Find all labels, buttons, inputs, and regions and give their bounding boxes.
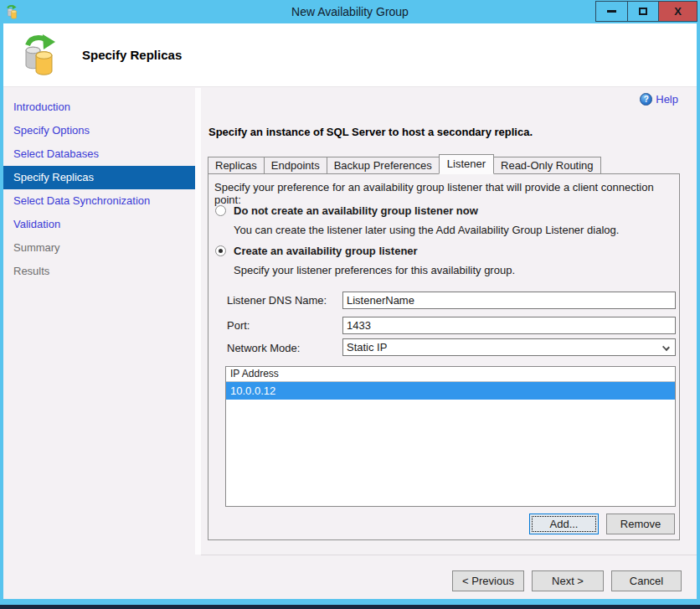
close-button[interactable]: X	[658, 2, 697, 21]
tab-backup-preferences[interactable]: Backup Preferences	[327, 157, 440, 174]
radio-do-not-create-label: Do not create an availability group list…	[234, 204, 478, 217]
radio-create-listener[interactable]: Create an availability group listener	[215, 245, 418, 257]
window-bottom-edge	[0, 605, 700, 609]
cancel-button[interactable]: Cancel	[611, 570, 682, 591]
window-controls: X	[595, 1, 697, 22]
sidebar-item-results: Results	[3, 260, 195, 283]
radio-do-not-create-listener[interactable]: Do not create an availability group list…	[215, 204, 478, 217]
instruction-text: Specify an instance of SQL Server to hos…	[208, 126, 533, 138]
sidebar-item-summary: Summary	[3, 236, 195, 260]
radio-create-desc: Specify your listener preferences for th…	[234, 264, 515, 276]
listener-intro-text: Specify your preference for an availabil…	[214, 181, 679, 206]
tab-read-only-routing[interactable]: Read-Only Routing	[493, 157, 601, 174]
radio-do-not-create-icon[interactable]	[215, 205, 226, 216]
tab-listener[interactable]: Listener	[439, 154, 494, 174]
replica-databases-icon	[22, 33, 62, 80]
sidebar-item-select-data-synchronization[interactable]: Select Data Synchronization	[3, 189, 195, 213]
ip-address-list[interactable]: IP Address 10.0.0.12	[225, 366, 676, 507]
network-mode-label: Network Mode:	[227, 339, 300, 357]
network-mode-value: Static IP	[347, 341, 387, 354]
sidebar-item-select-databases[interactable]: Select Databases	[3, 142, 195, 166]
wizard-middle: Introduction Specify Options Select Data…	[3, 88, 697, 555]
listener-dns-name-input[interactable]	[342, 292, 676, 309]
wizard-header: Specify Replicas	[3, 23, 697, 87]
sidebar-item-specify-options[interactable]: Specify Options	[3, 119, 195, 142]
add-button[interactable]: Add...	[529, 514, 599, 534]
minimize-button[interactable]	[596, 2, 627, 21]
dialog-body: Specify Replicas Introduction Specify Op…	[3, 23, 697, 599]
ip-address-column-header[interactable]: IP Address	[226, 367, 675, 382]
page-title: Specify Replicas	[82, 23, 182, 87]
minimize-icon	[607, 10, 616, 13]
tab-endpoints[interactable]: Endpoints	[264, 157, 327, 174]
title-bar[interactable]: New Availability Group X	[0, 0, 700, 23]
maximize-icon	[639, 8, 647, 15]
new-availability-group-window: New Availability Group X	[0, 0, 700, 609]
wizard-footer: < Previous Next > Cancel	[3, 555, 697, 599]
previous-button[interactable]: < Previous	[452, 570, 524, 591]
radio-create-label: Create an availability group listener	[234, 245, 418, 257]
listener-dns-name-label: Listener DNS Name:	[227, 292, 327, 309]
main-content: ? Help Specify an instance of SQL Server…	[201, 88, 697, 555]
help-label: Help	[656, 93, 678, 106]
ip-address-row[interactable]: 10.0.0.12	[226, 382, 675, 400]
listener-tab-panel: Specify your preference for an availabil…	[208, 173, 680, 540]
sidebar-item-introduction[interactable]: Introduction	[3, 95, 195, 119]
sidebar-item-specify-replicas[interactable]: Specify Replicas	[3, 166, 195, 189]
port-label: Port:	[227, 317, 250, 334]
network-mode-select[interactable]: Static IP	[342, 338, 676, 356]
sidebar-item-validation[interactable]: Validation	[3, 213, 195, 236]
tab-replicas[interactable]: Replicas	[208, 157, 265, 174]
wizard-steps-sidebar: Introduction Specify Options Select Data…	[3, 88, 195, 555]
next-button[interactable]: Next >	[532, 570, 604, 591]
help-icon: ?	[640, 93, 652, 106]
port-input[interactable]	[342, 317, 676, 334]
remove-button[interactable]: Remove	[606, 514, 675, 534]
sidebar-divider	[195, 88, 201, 555]
help-link[interactable]: ? Help	[640, 93, 678, 106]
close-icon: X	[674, 6, 682, 17]
chevron-down-icon	[662, 343, 670, 351]
replica-tabs: Replicas Endpoints Backup Preferences Li…	[208, 154, 601, 174]
radio-do-not-create-desc: You can create the listener later using …	[234, 224, 619, 236]
radio-create-icon[interactable]	[215, 245, 226, 256]
maximize-button[interactable]	[627, 2, 658, 21]
